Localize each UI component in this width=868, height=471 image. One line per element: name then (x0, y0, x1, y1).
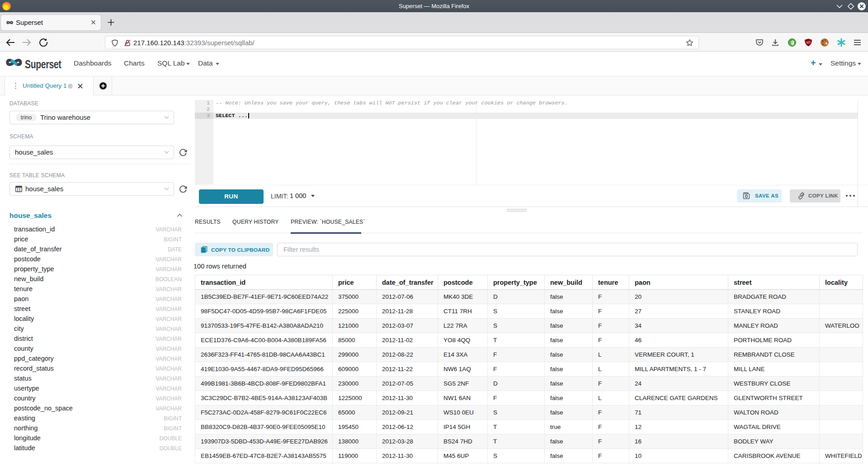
svg-text:uO: uO (806, 41, 811, 44)
